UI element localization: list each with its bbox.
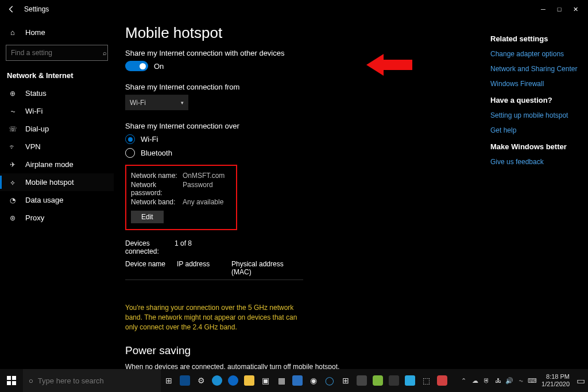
sidebar-item-label: Status [25,89,47,98]
share-label: Share my Internet connection with other … [125,49,490,57]
link-sharing-center[interactable]: Network and Sharing Center [490,65,580,73]
hotspot-icon: ⟡ [7,178,18,187]
titlebar: Settings ─ □ ✕ [0,0,588,18]
tray-network-icon[interactable]: 🖧 [492,377,504,384]
link-firewall[interactable]: Windows Firewall [490,80,580,88]
tray-chevron-icon[interactable]: ⌃ [458,377,469,385]
share-toggle-state: On [154,62,164,71]
xbox-icon[interactable]: ◉ [305,369,322,392]
minimize-button[interactable]: ─ [535,6,551,13]
sidebar-section-title: Network & Internet [0,67,114,84]
sidebar-item-hotspot[interactable]: ⟡ Mobile hotspot [0,173,114,191]
table-divider [125,280,303,280]
maximize-button[interactable]: □ [551,6,567,13]
store-icon[interactable] [177,369,193,392]
search-icon: ⌕ [102,49,107,56]
tray-keyboard-icon[interactable]: ⌨ [527,377,538,385]
proxy-icon: ⊛ [7,214,18,222]
taskbar-search-input[interactable] [38,377,155,385]
related-settings-title: Related settings [490,34,580,43]
svg-rect-3 [7,381,11,385]
devices-connected-key: Devices connected: [125,239,175,255]
tray-onedrive-icon[interactable]: ☁ [469,377,481,385]
sidebar-item-label: Dial-up [25,125,49,133]
task-view-icon[interactable]: ⊞ [161,369,177,392]
svg-rect-4 [12,381,16,385]
link-get-help[interactable]: Get help [490,126,580,134]
network-password-value: Password [183,181,213,197]
home-nav[interactable]: ⌂ Home [0,22,114,42]
band-warning: You're sharing your connection over the … [125,303,303,332]
radio-label: Bluetooth [141,149,172,157]
sidebar-item-data-usage[interactable]: ◔ Data usage [0,191,114,209]
tray-volume-icon[interactable]: 🔊 [504,377,515,385]
share-over-label: Share my Internet connection over [125,122,490,130]
sidebar-item-proxy[interactable]: ⊛ Proxy [0,209,114,227]
share-from-dropdown[interactable]: Wi-Fi ▾ [125,95,188,110]
taskbar-search[interactable]: ○ [23,369,161,392]
close-button[interactable]: ✕ [567,6,583,13]
sidebar: ⌂ Home ⌕ Network & Internet ⊕ Status ⏦ W… [0,18,114,369]
devices-connected-value: 1 of 8 [175,239,192,255]
home-icon: ⌂ [7,28,18,37]
main-content: Mobile hotspot Share my Internet connect… [114,18,490,369]
radio-wifi[interactable]: Wi-Fi [125,134,490,144]
sidebar-item-label: Airplane mode [25,160,74,169]
settings-search[interactable]: ⌕ [6,45,108,61]
app4-icon[interactable] [386,369,402,392]
settings-icon[interactable]: ⚙ [193,369,209,392]
sidebar-item-dialup[interactable]: ☏ Dial-up [0,120,114,138]
app6-icon[interactable]: ⬚ [418,369,434,392]
back-button[interactable] [5,5,18,13]
sidebar-item-label: Data usage [25,196,64,204]
share-toggle[interactable] [125,61,148,71]
tray-wifi-icon[interactable]: ⏦ [515,377,527,384]
clock-date: 1/21/2020 [541,381,570,388]
tray-defender-icon[interactable]: ⛨ [481,377,492,384]
page-title: Mobile hotspot [125,24,490,42]
settings-search-input[interactable] [6,49,102,57]
explorer-icon[interactable] [241,369,257,392]
devices-table: Device name IP address Physical address … [125,258,303,280]
search-icon: ○ [29,377,33,385]
notifications-icon[interactable]: ▭ [573,375,588,386]
sidebar-item-vpn[interactable]: ᯤ VPN [0,138,114,156]
edge-icon[interactable] [209,369,225,392]
terminal-icon[interactable]: ▣ [257,369,273,392]
col-ip: IP address [177,260,231,276]
app-icon[interactable]: ▦ [273,369,289,392]
sidebar-item-label: VPN [25,142,41,151]
link-feedback[interactable]: Give us feedback [490,158,580,166]
data-usage-icon: ◔ [7,196,18,204]
link-adapter-options[interactable]: Change adapter options [490,50,580,58]
better-title: Make Windows better [490,142,580,151]
taskbar-clock[interactable]: 8:18 PM 1/21/2020 [538,373,573,387]
mail-icon[interactable] [289,369,305,392]
airplane-icon: ✈ [7,161,18,169]
svg-rect-2 [12,376,16,380]
network-name-value: OnMSFT.com [183,172,225,180]
cortana-icon[interactable]: ◯ [322,369,338,392]
edit-button[interactable]: Edit [131,211,164,223]
radio-bluetooth[interactable]: Bluetooth [125,148,490,158]
app3-icon[interactable] [370,369,386,392]
app2-icon[interactable] [354,369,370,392]
app5-icon[interactable] [402,369,418,392]
edge-legacy-icon[interactable] [225,369,241,392]
svg-marker-0 [366,54,412,76]
sidebar-item-status[interactable]: ⊕ Status [0,84,114,102]
calculator-icon[interactable]: ⊞ [338,369,354,392]
start-button[interactable] [0,369,23,392]
system-tray: ⌃ ☁ ⛨ 🖧 🔊 ⏦ ⌨ 8:18 PM 1/21/2020 ▭ [458,369,588,392]
home-label: Home [25,28,45,37]
sidebar-item-wifi[interactable]: ⏦ Wi-Fi [0,102,114,120]
window-title: Settings [24,5,49,13]
question-title: Have a question? [490,96,580,104]
app7-icon[interactable] [434,369,450,392]
clock-time: 8:18 PM [541,373,570,381]
network-password-key: Network password: [131,181,183,197]
vpn-icon: ᯤ [7,143,18,151]
sidebar-item-airplane[interactable]: ✈ Airplane mode [0,156,114,173]
dialup-icon: ☏ [7,125,18,133]
link-setup-hotspot[interactable]: Setting up mobile hotspot [490,111,580,119]
